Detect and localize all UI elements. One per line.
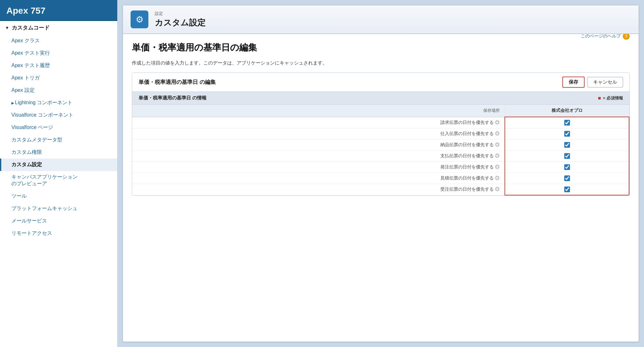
cancel-button[interactable]: キャンセル — [587, 77, 623, 87]
storage-header: 保存場所 — [132, 105, 505, 117]
chevron-icon: ▶ — [11, 101, 15, 105]
form-section-buttons: 保存 キャンセル — [562, 77, 623, 88]
checkbox-input[interactable] — [564, 175, 570, 181]
sidebar-item-label: カスタム権限 — [11, 149, 42, 155]
sidebar-item-label: Visualforce コンポーネント — [11, 112, 73, 118]
sidebar-item-visualforce-page[interactable]: Visualforce ページ — [0, 121, 117, 134]
sidebar-section-label: カスタムコード — [12, 24, 50, 31]
row-label: 受注伝票の日付を優先する ◎ — [132, 184, 505, 195]
sidebar-item-label: メールサービス — [11, 218, 47, 223]
sidebar-item-platform-cache[interactable]: プラットフォームキャッシュ — [0, 202, 117, 215]
sidebar-item-custom-permission[interactable]: カスタム権限 — [0, 146, 117, 159]
sidebar-item-label: Lightning コンポーネント — [15, 100, 72, 105]
table-row: 請求伝票の日付を優先する ◎ — [132, 117, 629, 128]
row-checkbox-cell — [505, 139, 629, 151]
settings-icon: ⚙ — [131, 10, 148, 28]
header-bar: ⚙ 設定 カスタム設定 — [123, 5, 639, 34]
sidebar-item-custom-metadata[interactable]: カスタムメタデータ型 — [0, 134, 117, 146]
sidebar-item-remote-access[interactable]: リモートアクセス — [0, 227, 117, 240]
table-row: 見積伝票の日付を優先する ◎ — [132, 173, 629, 184]
table-row: 支払伝票の日付を優先する ◎ — [132, 151, 629, 162]
sidebar-item-label: Apex クラス — [11, 38, 40, 43]
row-checkbox-cell — [505, 128, 629, 139]
sidebar-item-label: ツール — [11, 193, 27, 199]
sidebar-item-apex-class[interactable]: Apex クラス — [0, 35, 117, 47]
checkbox-input[interactable] — [564, 187, 570, 192]
checkbox-input[interactable] — [564, 120, 570, 126]
sidebar-item-label: Apex テスト履歴 — [11, 63, 50, 68]
sidebar-item-label: Apex 設定 — [11, 87, 35, 93]
row-checkbox-cell — [505, 173, 629, 184]
save-button[interactable]: 保存 — [562, 77, 585, 88]
header-subtitle: 設定 — [155, 11, 206, 17]
required-label: = 必須情報 — [603, 95, 623, 101]
row-label: 発注伝票の日付を優先する ◎ — [132, 162, 505, 173]
row-checkbox-cell — [505, 184, 629, 195]
content-card: ⚙ 設定 カスタム設定 単価・税率適用の基準日の編集 このページのヘルプ ? 作… — [123, 5, 639, 342]
form-section-header: 単価・税率適用の基準日 の編集 保存 キャンセル — [132, 73, 629, 92]
info-section: 単価・税率適用の基準日 の情報 ■ = 必須情報 保存場所 株式会社オプロ — [132, 92, 629, 195]
page-heading: 単価・税率適用の基準日の編集 — [132, 42, 257, 54]
sidebar-item-custom-settings[interactable]: カスタム設定 — [0, 159, 117, 171]
sidebar-title: Apex 757 — [6, 6, 45, 16]
sidebar-item-label: カスタム設定 — [11, 162, 42, 167]
sidebar-item-label: カスタムメタデータ型 — [11, 137, 62, 142]
sidebar-item-visualforce-component[interactable]: Visualforce コンポーネント — [0, 109, 117, 121]
required-note: ■ = 必須情報 — [598, 95, 623, 101]
sidebar-item-apex-settings[interactable]: Apex 設定 — [0, 84, 117, 97]
data-table: 保存場所 株式会社オプロ 請求伝票の日付を優先する ◎仕入伝票の日付を優先する … — [132, 105, 629, 195]
row-label: 納品伝票の日付を優先する ◎ — [132, 139, 505, 151]
header-title-group: 設定 カスタム設定 — [155, 11, 206, 28]
sidebar-item-label: Apex トリガ — [11, 75, 40, 80]
page-description: 作成した項目の値を入力します。このデータは、アプリケーションにキャッシュされます… — [132, 60, 630, 66]
table-row: 受注伝票の日付を優先する ◎ — [132, 184, 629, 195]
sidebar: Apex 757 ▼ カスタムコード Apex クラスApex テスト実行Ape… — [0, 0, 118, 347]
checkbox-input[interactable] — [564, 142, 570, 148]
sidebar-item-tools[interactable]: ツール — [0, 190, 117, 202]
info-section-header: 単価・税率適用の基準日 の情報 ■ = 必須情報 — [132, 92, 629, 105]
help-icon: ? — [623, 34, 630, 40]
sidebar-item-label: キャンパスアプリケーション のプレビューア — [11, 174, 78, 186]
header-title: カスタム設定 — [155, 17, 206, 28]
sidebar-item-apex-trigger[interactable]: Apex トリガ — [0, 72, 117, 84]
sidebar-item-apex-test-run[interactable]: Apex テスト実行 — [0, 47, 117, 59]
help-link-text: このページのヘルプ — [581, 34, 621, 39]
sidebar-item-email-service[interactable]: メールサービス — [0, 215, 117, 227]
main-content: ⚙ 設定 カスタム設定 単価・税率適用の基準日の編集 このページのヘルプ ? 作… — [118, 0, 644, 347]
chevron-down-icon: ▼ — [5, 25, 9, 30]
row-label: 見積伝票の日付を優先する ◎ — [132, 173, 505, 184]
required-mark: ■ — [598, 95, 601, 101]
row-checkbox-cell — [505, 117, 629, 128]
sidebar-items: ▼ カスタムコード Apex クラスApex テスト実行Apex テスト履歴Ap… — [0, 21, 117, 347]
form-section: 単価・税率適用の基準日 の編集 保存 キャンセル 単価・税率適用の基準日 の情報… — [132, 72, 630, 196]
company-header: 株式会社オプロ — [505, 105, 629, 117]
sidebar-item-lightning-component[interactable]: ▶ Lightning コンポーネント — [0, 97, 117, 109]
sidebar-item-apex-test-history[interactable]: Apex テスト履歴 — [0, 59, 117, 72]
sidebar-item-canvas-preview[interactable]: キャンパスアプリケーション のプレビューア — [0, 171, 117, 190]
row-checkbox-cell — [505, 151, 629, 162]
row-label: 仕入伝票の日付を優先する ◎ — [132, 128, 505, 139]
sidebar-item-label: プラットフォームキャッシュ — [11, 206, 78, 211]
checkbox-input[interactable] — [564, 153, 570, 159]
info-section-title: 単価・税率適用の基準日 の情報 — [139, 95, 207, 101]
sidebar-item-label: Apex テスト実行 — [11, 50, 50, 56]
row-label: 支払伝票の日付を優先する ◎ — [132, 151, 505, 162]
form-section-title: 単価・税率適用の基準日 の編集 — [139, 78, 216, 86]
sidebar-item-label: リモートアクセス — [11, 230, 52, 236]
sidebar-section-custom-code[interactable]: ▼ カスタムコード — [0, 21, 117, 35]
page-content: 単価・税率適用の基準日の編集 このページのヘルプ ? 作成した項目の値を入力しま… — [123, 34, 639, 342]
table-row: 納品伝票の日付を優先する ◎ — [132, 139, 629, 151]
checkbox-input[interactable] — [564, 131, 570, 137]
sidebar-header: Apex 757 — [0, 0, 117, 21]
row-label: 請求伝票の日付を優先する ◎ — [132, 117, 505, 128]
table-row: 仕入伝票の日付を優先する ◎ — [132, 128, 629, 139]
help-link[interactable]: このページのヘルプ ? — [581, 34, 630, 40]
row-checkbox-cell — [505, 162, 629, 173]
sidebar-item-label: Visualforce ページ — [11, 125, 53, 130]
table-row: 発注伝票の日付を優先する ◎ — [132, 162, 629, 173]
checkbox-input[interactable] — [564, 164, 570, 170]
